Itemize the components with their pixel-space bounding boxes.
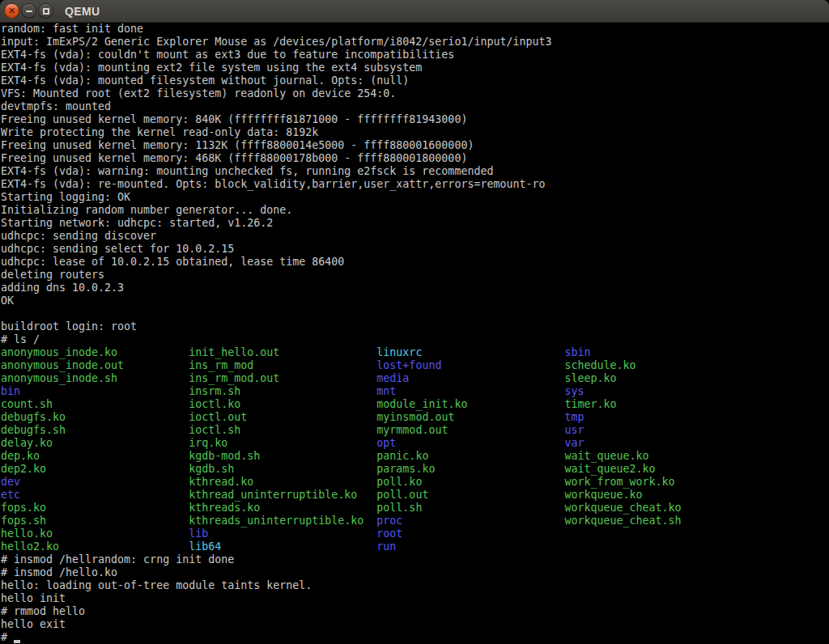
console-line: buildroot login: root — [1, 320, 829, 333]
window-titlebar[interactable]: ✕ QEMU — [0, 0, 829, 23]
console-line: hello: loading out-of-tree module taints… — [1, 579, 829, 592]
console-line: Write protecting the kernel read-only da… — [1, 126, 829, 139]
console-line: # — [1, 631, 829, 644]
window-controls: ✕ — [0, 3, 53, 19]
console-line: deleting routers — [1, 269, 829, 282]
window-maximize-button[interactable] — [38, 3, 53, 19]
console-line: hello exit — [1, 618, 829, 631]
console-line — [1, 307, 829, 320]
console-line: anonymous_inode.sh ins_rm_mod.out media … — [1, 372, 829, 385]
close-icon: ✕ — [8, 6, 15, 15]
console-line: debugfs.ko ioctl.out myinsmod.out tmp — [1, 411, 829, 424]
console-line: Freeing unused kernel memory: 468K (ffff… — [1, 152, 829, 165]
console-line: Initializing random number generator... … — [1, 204, 829, 217]
console-line: debugfs.sh ioctl.sh myrmmod.out usr — [1, 424, 829, 437]
console-line: EXT4-fs (vda): mounted filesystem withou… — [1, 74, 829, 87]
console-line: hello init — [1, 592, 829, 605]
console-line: # insmod /hello.ko — [1, 566, 829, 579]
window-close-button[interactable]: ✕ — [4, 3, 19, 19]
console-line: fops.ko kthreads.ko poll.sh workqueue_ch… — [1, 502, 829, 515]
console-line: # ls / — [1, 333, 829, 346]
console-line: adding dns 10.0.2.3 — [1, 282, 829, 294]
console-line: udhcpc: sending discover — [1, 230, 829, 243]
console-line: Freeing unused kernel memory: 840K (ffff… — [1, 113, 829, 126]
window-minimize-button[interactable] — [21, 3, 36, 19]
console-line: Starting network: udhcpc: started, v1.26… — [1, 217, 829, 230]
console-line: anonymous_inode.out ins_rm_mod lost+foun… — [1, 359, 829, 372]
console-line: Freeing unused kernel memory: 1132K (fff… — [1, 139, 829, 152]
console-line: etc kthread_uninterruptible.ko poll.out … — [1, 489, 829, 502]
console-line: fops.sh kthreads_uninterruptible.ko proc… — [1, 515, 829, 527]
console-line: Starting logging: OK — [1, 191, 829, 204]
console-line: VFS: Mounted root (ext2 filesystem) read… — [1, 87, 829, 100]
console-line: EXT4-fs (vda): re-mounted. Opts: block_v… — [1, 178, 829, 191]
console-line: delay.ko irq.ko opt var — [1, 437, 829, 450]
console-line: EXT4-fs (vda): couldn't mount as ext3 du… — [1, 49, 829, 61]
console-line: count.sh ioctl.ko module_init.ko timer.k… — [1, 398, 829, 411]
console-line: dev kthread.ko poll.ko work_from_work.ko — [1, 476, 829, 489]
window-title: QEMU — [65, 5, 100, 18]
console-line: hello2.ko lib64 run — [1, 540, 829, 553]
terminal-console[interactable]: random: fast init doneinput: ImExPS/2 Ge… — [0, 23, 829, 644]
console-line: hello.ko lib root — [1, 527, 829, 540]
console-line: OK — [1, 294, 829, 307]
console-line: EXT4-fs (vda): warning: mounting uncheck… — [1, 165, 829, 178]
console-line: anonymous_inode.ko init_hello.out linuxr… — [1, 346, 829, 359]
console-line: random: fast init done — [1, 23, 829, 36]
console-line: devtmpfs: mounted — [1, 100, 829, 113]
minimize-icon — [26, 11, 32, 12]
maximize-icon — [43, 8, 49, 15]
console-line: udhcpc: lease of 10.0.2.15 obtained, lea… — [1, 256, 829, 269]
console-line: dep.ko kgdb-mod.sh panic.ko wait_queue.k… — [1, 450, 829, 463]
console-line: EXT4-fs (vda): mounting ext2 file system… — [1, 61, 829, 74]
console-line: # rmmod hello — [1, 605, 829, 618]
console-line: bin insrm.sh mnt sys — [1, 385, 829, 398]
console-line: dep2.ko kgdb.sh params.ko wait_queue2.ko — [1, 463, 829, 476]
terminal-cursor — [14, 631, 20, 644]
console-line: udhcpc: sending select for 10.0.2.15 — [1, 243, 829, 256]
console-line: input: ImExPS/2 Generic Explorer Mouse a… — [1, 36, 829, 49]
qemu-window: ✕ QEMU random: fast init doneinput: ImEx… — [0, 0, 829, 644]
console-line: # insmod /hellrandom: crng init done — [1, 553, 829, 566]
